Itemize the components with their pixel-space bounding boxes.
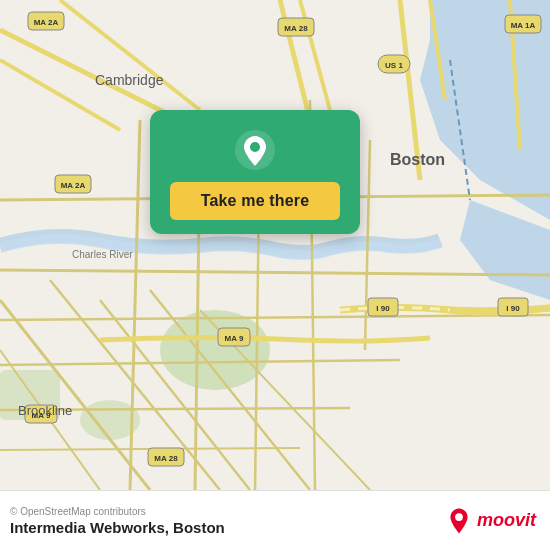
svg-text:Charles River: Charles River <box>72 249 133 260</box>
moovit-pin-icon <box>445 507 473 535</box>
svg-text:Cambridge: Cambridge <box>95 72 164 88</box>
svg-text:Brookline: Brookline <box>18 403 72 418</box>
moovit-label: moovit <box>477 510 536 531</box>
location-name: Intermedia Webworks, Boston <box>10 519 225 536</box>
svg-text:MA 28: MA 28 <box>154 454 178 463</box>
moovit-logo: moovit <box>445 507 536 535</box>
take-me-there-button[interactable]: Take me there <box>170 182 340 220</box>
location-card: Take me there <box>150 110 360 234</box>
svg-text:MA 9: MA 9 <box>225 334 244 343</box>
svg-text:US 1: US 1 <box>385 61 403 70</box>
map-background: MA 2A MA 28 US 1 MA 1A MA 2A MA 9 MA 9 M… <box>0 0 550 490</box>
footer-left: © OpenStreetMap contributors Intermedia … <box>10 506 225 536</box>
footer: © OpenStreetMap contributors Intermedia … <box>0 490 550 550</box>
map-pin-icon <box>233 128 277 172</box>
svg-text:Boston: Boston <box>390 151 445 168</box>
svg-point-57 <box>455 513 463 521</box>
copyright-text: © OpenStreetMap contributors <box>10 506 225 517</box>
svg-text:MA 28: MA 28 <box>284 24 308 33</box>
svg-text:I 90: I 90 <box>376 304 390 313</box>
map-container: MA 2A MA 28 US 1 MA 1A MA 2A MA 9 MA 9 M… <box>0 0 550 490</box>
road-badge-ma2a-1: MA 2A <box>34 18 59 27</box>
svg-text:MA 2A: MA 2A <box>61 181 86 190</box>
svg-text:I 90: I 90 <box>506 304 520 313</box>
svg-text:MA 1A: MA 1A <box>511 21 536 30</box>
svg-point-56 <box>250 142 260 152</box>
